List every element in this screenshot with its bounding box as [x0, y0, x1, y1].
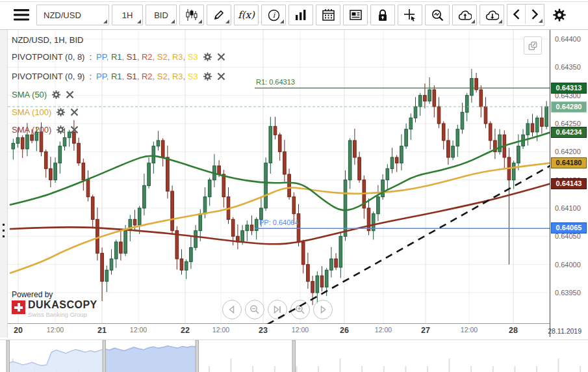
minimap-handle[interactable] [196, 340, 199, 372]
menu-icon [14, 9, 29, 21]
r1-line-label: R1: 0.64313 [256, 78, 295, 86]
price-tick: 0.64200 [555, 148, 581, 155]
sma-settings-button[interactable] [56, 107, 66, 117]
close-icon [70, 126, 79, 134]
crosshair-icon [404, 9, 416, 21]
minimap-handle[interactable] [292, 340, 296, 372]
svg-text:i: i [272, 11, 275, 20]
brand-name: DUKASCOPY [28, 300, 97, 310]
time-axis[interactable]: 2012:002112:002212:002312:002612:002712:… [0, 325, 588, 339]
pan-right-button[interactable] [313, 300, 333, 319]
pivot2-remove-button[interactable] [217, 72, 225, 81]
zoom-out-button[interactable] [245, 300, 264, 319]
pivot1-remove-button[interactable] [217, 53, 225, 61]
calendar-icon [322, 9, 335, 21]
period-label: 1H [122, 10, 133, 20]
load-cloud-button[interactable] [479, 5, 504, 25]
menu-button[interactable] [9, 5, 34, 25]
left-panel-handle[interactable] [0, 30, 8, 338]
pivot-series-r2: R2 [142, 72, 153, 81]
info-button[interactable]: i [261, 5, 286, 25]
volume-button[interactable] [288, 5, 313, 25]
gear-icon [203, 52, 212, 62]
minimap-handle[interactable] [103, 340, 106, 372]
sma-remove-button[interactable] [70, 126, 79, 134]
close-icon [70, 108, 79, 116]
zoom-out-icon [249, 304, 260, 315]
pivot1-series: PP, R1, S1, R2, S2, R3, S3 [96, 52, 198, 62]
indicators-button[interactable]: f(x) [234, 5, 259, 25]
pivot-series-r1: R1 [111, 72, 122, 81]
zoom-in-icon [295, 304, 305, 315]
pan-right-icon [318, 304, 328, 315]
sma-row: SMA (200) [12, 125, 79, 135]
scroll-left-button[interactable] [507, 5, 526, 24]
pivot-series-r1: R1 [111, 52, 122, 62]
news-button[interactable] [343, 5, 368, 25]
detach-chart-button[interactable] [524, 36, 542, 55]
pivot2-series: PP, R1, S1, R2, S2, R3, S3 [96, 72, 198, 81]
info-icon: i [268, 9, 280, 21]
sma-label: SMA (50) [12, 90, 47, 100]
settings-button[interactable] [547, 5, 572, 25]
sma-remove-button[interactable] [70, 108, 79, 116]
cloud-upload-icon [458, 10, 472, 21]
period-select[interactable]: 1H [112, 5, 143, 25]
chart-nav-controls [222, 300, 333, 319]
drag-dot [3, 224, 5, 226]
crosshair-button[interactable] [398, 5, 422, 25]
gear-icon [203, 72, 212, 81]
calendar-button[interactable] [316, 5, 340, 25]
price-badge: 0.64234 [551, 127, 587, 138]
pan-left-button[interactable] [222, 300, 242, 319]
minimap-chart[interactable] [0, 340, 588, 372]
overview-minimap[interactable] [0, 339, 588, 372]
save-cloud-button[interactable] [452, 5, 477, 25]
sma-settings-button[interactable] [51, 90, 61, 100]
powered-by-text: Powered by [12, 290, 97, 299]
pivot-series-s2: S2 [157, 72, 168, 81]
pivot-series-r3: R3 [172, 52, 183, 62]
pivot2-settings-button[interactable] [203, 72, 212, 81]
close-icon [217, 72, 225, 81]
fx-icon: f(x) [238, 9, 255, 21]
price-badge: 0.64280 [551, 101, 587, 113]
side-label: BID [154, 10, 168, 20]
chart-type-button[interactable] [179, 5, 204, 25]
price-tick: 0.64100 [555, 204, 581, 212]
chevron-right-icon [531, 9, 539, 20]
draw-tools-button[interactable] [207, 5, 231, 25]
time-tick: 23 [259, 326, 268, 335]
pivot-series-s1: S1 [127, 52, 137, 62]
pivot1-settings-button[interactable] [203, 52, 212, 62]
pivot-series-r3: R3 [172, 72, 183, 81]
side-select[interactable]: BID [146, 5, 177, 25]
gear-icon [51, 90, 61, 100]
pop-out-icon [528, 40, 537, 51]
pivot1-name: PIVOTPOINT (0, 8) [12, 52, 84, 62]
zoom-tool-button[interactable] [425, 5, 450, 25]
axis-date-label: 28.11.2019 [548, 327, 582, 335]
go-to-latest-button[interactable] [268, 300, 287, 319]
time-tick: 26 [340, 326, 349, 335]
price-badge: 0.64313 [551, 83, 587, 94]
instrument-select[interactable]: NZD/USD [36, 5, 109, 25]
lock-button[interactable] [370, 5, 395, 25]
sma-label: SMA (100) [12, 107, 51, 117]
swiss-flag-logo [12, 300, 25, 314]
scroll-right-button[interactable] [526, 5, 544, 24]
pivot1-colon: : [89, 52, 92, 62]
minimap-handle[interactable] [6, 340, 10, 372]
go-to-latest-icon [272, 304, 283, 315]
brand-subtitle: Swiss Banking Group [28, 311, 97, 318]
sma-settings-button[interactable] [56, 125, 66, 135]
close-icon [66, 90, 74, 99]
sma-label: SMA (200) [12, 125, 51, 135]
powered-by-block: Powered by DUKASCOPY Swiss Banking Group [12, 290, 97, 318]
price-tick: 0.64350 [555, 63, 581, 71]
pivot1-row: PIVOTPOINT (0, 8) : PP, R1, S1, R2, S2, … [12, 52, 225, 62]
zoom-in-button[interactable] [290, 300, 310, 319]
sma-remove-button[interactable] [66, 90, 74, 99]
price-axis[interactable]: 0.644000.643500.643000.642500.642000.641… [550, 30, 588, 337]
instrument-label: NZD/USD [44, 10, 81, 20]
